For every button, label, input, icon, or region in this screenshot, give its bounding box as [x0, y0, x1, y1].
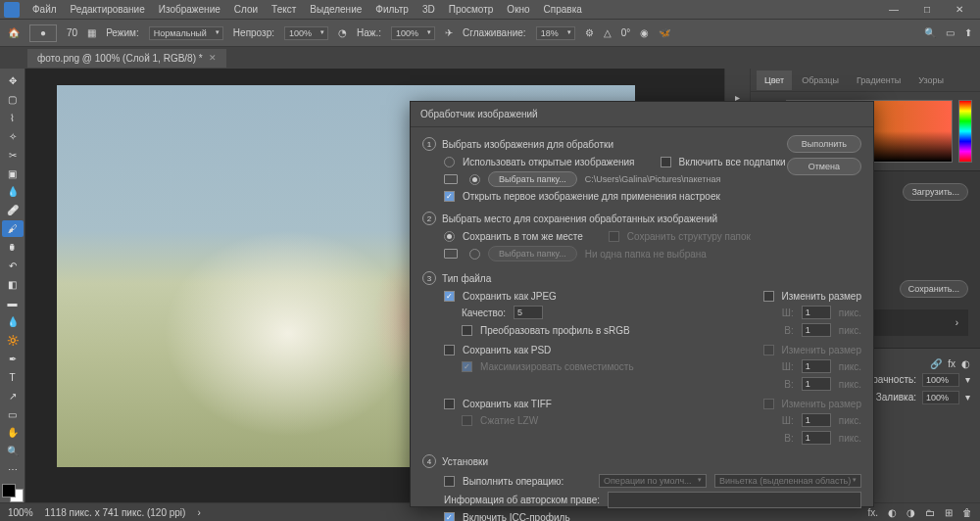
zoom-level[interactable]: 100% — [8, 507, 33, 518]
close-icon[interactable]: ✕ — [949, 1, 970, 18]
choose-dest-folder-button: Выбрать папку... — [488, 246, 577, 261]
open-first-check[interactable] — [444, 191, 455, 202]
tab-gradients[interactable]: Градиенты — [849, 71, 908, 90]
doc-dimensions[interactable]: 1118 пикс. x 741 пикс. (120 ppi) — [45, 507, 186, 518]
brush-tool[interactable]: 🖌 — [2, 220, 24, 237]
same-loc-radio[interactable] — [444, 231, 455, 242]
choose-folder-radio[interactable] — [469, 174, 480, 185]
tab-swatches[interactable]: Образцы — [794, 71, 847, 90]
crop-tool[interactable]: ✂ — [2, 147, 24, 164]
angle-value[interactable]: 0° — [621, 27, 631, 38]
opacity-dropdown[interactable]: 100% — [284, 26, 328, 40]
include-sub-check[interactable] — [661, 157, 671, 167]
menu-select[interactable]: Выделение — [303, 1, 368, 18]
link-icon[interactable]: 🔗 — [930, 358, 942, 369]
path-tool[interactable]: ↗ — [2, 388, 24, 404]
lasso-tool[interactable]: ⌇ — [2, 110, 24, 126]
gear-icon[interactable]: ⚙ — [585, 27, 594, 38]
blur-tool[interactable]: 💧 — [2, 313, 24, 330]
marquee-tool[interactable]: ▢ — [2, 91, 24, 108]
tab-title: фото.png @ 100% (Слой 1, RGB/8) * — [37, 53, 203, 64]
dialog-title: Обработчик изображений — [411, 102, 873, 127]
brush-preview[interactable]: ● — [29, 24, 57, 42]
symmetry-icon[interactable]: 🦋 — [659, 27, 670, 38]
brush-panel-icon[interactable]: ▦ — [87, 27, 96, 38]
mask-icon[interactable]: ◐ — [961, 358, 970, 369]
tab-color[interactable]: Цвет — [757, 71, 792, 90]
history-brush-tool[interactable]: ↶ — [2, 258, 24, 274]
wand-tool[interactable]: ✧ — [2, 128, 24, 145]
maximize-icon[interactable]: □ — [917, 1, 937, 18]
folder-footer-icon[interactable]: 🗀 — [925, 507, 935, 518]
menu-layer[interactable]: Слои — [227, 1, 265, 18]
psd-check[interactable] — [444, 345, 455, 355]
dodge-tool[interactable]: 🔆 — [2, 332, 24, 349]
copyright-input[interactable] — [608, 492, 861, 508]
zoom-tool[interactable]: 🔍 — [2, 443, 24, 459]
pen-tool[interactable]: ✒ — [2, 351, 24, 367]
new-footer-icon[interactable]: ⊞ — [945, 507, 953, 518]
menu-text[interactable]: Текст — [265, 1, 303, 18]
cancel-button[interactable]: Отмена — [787, 158, 861, 175]
menu-window[interactable]: Окно — [500, 1, 536, 18]
brush-size: 70 — [67, 27, 77, 38]
menu-help[interactable]: Справка — [537, 1, 589, 18]
menu-3d[interactable]: 3D — [416, 1, 442, 18]
smooth-dropdown[interactable]: 18% — [536, 26, 575, 40]
run-button[interactable]: Выполнить — [787, 135, 861, 153]
heal-tool[interactable]: 🩹 — [2, 202, 24, 218]
share-icon[interactable]: ⬆ — [964, 27, 972, 38]
color-swatches[interactable] — [2, 484, 24, 502]
minimize-icon[interactable]: — — [882, 1, 906, 18]
load-button[interactable]: Загрузить... — [903, 183, 968, 201]
flow-dropdown[interactable]: 100% — [391, 26, 435, 40]
home-icon[interactable]: 🏠 — [8, 27, 20, 38]
pressure-size-icon[interactable]: ◉ — [640, 27, 649, 38]
adjust-footer-icon[interactable]: ◑ — [906, 507, 915, 518]
menu-view[interactable]: Просмотр — [442, 1, 501, 18]
eyedropper-tool[interactable]: 💧 — [2, 184, 24, 201]
stamp-tool[interactable]: ⧯ — [2, 239, 24, 256]
tab-close-icon[interactable]: ✕ — [209, 53, 217, 63]
tool-panel: ✥ ▢ ⌇ ✧ ✂ ▣ 💧 🩹 🖌 ⧯ ↶ ◧ ▬ 💧 🔆 ✒ T ↗ ▭ ✋ … — [0, 69, 25, 502]
mask-footer-icon[interactable]: ◐ — [888, 507, 897, 518]
menu-file[interactable]: Файл — [25, 1, 64, 18]
menu-edit[interactable]: Редактирование — [64, 1, 152, 18]
run-action-check[interactable] — [444, 476, 455, 487]
opacity-prop-input[interactable] — [922, 373, 959, 387]
quality-input[interactable] — [514, 306, 543, 319]
choose-dest-radio[interactable] — [469, 249, 480, 260]
document-tab[interactable]: фото.png @ 100% (Слой 1, RGB/8) * ✕ — [27, 49, 226, 68]
trash-footer-icon[interactable]: 🗑 — [962, 507, 972, 518]
save-preset-button[interactable]: Сохранить... — [900, 280, 968, 298]
tab-patterns[interactable]: Узоры — [910, 71, 952, 90]
tiff-check[interactable] — [444, 399, 455, 409]
workspace-icon[interactable]: ▭ — [946, 27, 955, 38]
fill-prop-input[interactable] — [922, 391, 959, 404]
hand-tool[interactable]: ✋ — [2, 425, 24, 442]
type-tool[interactable]: T — [2, 369, 24, 386]
choose-src-folder-button[interactable]: Выбрать папку... — [488, 171, 577, 187]
jpeg-resize-check[interactable] — [763, 291, 774, 302]
fx-icon[interactable]: fx — [948, 358, 956, 369]
hue-slider[interactable] — [958, 100, 972, 163]
s2-title: Выбрать место для сохранения обработанны… — [442, 213, 717, 224]
gradient-tool[interactable]: ▬ — [2, 295, 24, 311]
shape-tool[interactable]: ▭ — [2, 406, 24, 423]
search-icon[interactable]: 🔍 — [924, 27, 936, 38]
eraser-tool[interactable]: ◧ — [2, 276, 24, 293]
airbrush-icon[interactable]: ✈ — [445, 27, 453, 38]
pressure-opacity-icon[interactable]: ◔ — [338, 27, 347, 38]
frame-tool[interactable]: ▣ — [2, 166, 24, 182]
mode-dropdown[interactable]: Нормальный — [149, 26, 223, 40]
icc-check[interactable] — [444, 512, 455, 521]
menu-filter[interactable]: Фильтр — [368, 1, 416, 18]
menu-image[interactable]: Изображение — [152, 1, 227, 18]
action-select: Виньетка (выделенная область) — [714, 474, 861, 488]
move-tool[interactable]: ✥ — [2, 72, 24, 89]
foreground-swatch[interactable] — [2, 484, 16, 497]
use-open-radio[interactable] — [444, 157, 455, 167]
jpeg-check[interactable] — [444, 291, 455, 302]
edit-toolbar[interactable]: ⋯ — [2, 461, 24, 478]
srgb-check[interactable] — [462, 325, 472, 336]
